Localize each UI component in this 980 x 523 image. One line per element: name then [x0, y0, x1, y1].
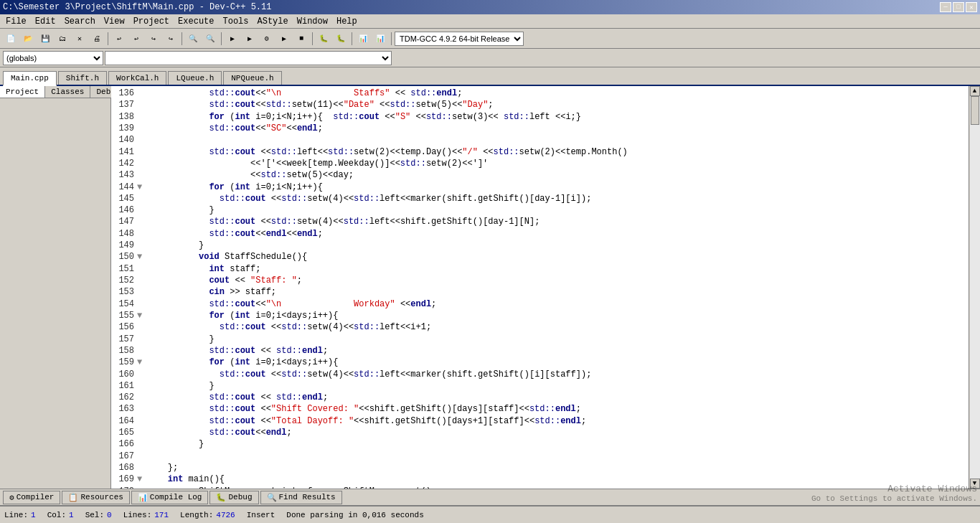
scroll-track[interactable]: [970, 96, 980, 479]
menu-item-file[interactable]: File: [1, 15, 31, 28]
save-button[interactable]: 💾: [37, 31, 53, 47]
compiler-combo[interactable]: TDM-GCC 4.9.2 64-bit Release: [395, 32, 524, 46]
code-line-165: 165 std::cout<<endl;: [114, 427, 966, 438]
bottom-tab-debug[interactable]: 🐛Debug: [209, 491, 258, 504]
line-number: 150: [114, 251, 137, 263]
code-text: }: [147, 205, 215, 215]
fold-button: [137, 263, 147, 275]
save-all-button[interactable]: 🗂: [55, 31, 70, 47]
code-tab-NPQueue-h[interactable]: NPQueue.h: [223, 71, 281, 85]
search-button[interactable]: 🔍: [185, 31, 201, 47]
code-text: std::cout<<std::setw(11)<<"Date" <<std::…: [147, 100, 494, 110]
fold-button: [137, 88, 147, 99]
redo-button[interactable]: ↪: [146, 31, 161, 47]
close-file-button[interactable]: ✕: [72, 31, 88, 47]
toolbar1: 📄 📂 💾 🗂 ✕ 🖨 ↩ ↩ ↪ ↪ 🔍 🔍 ▶ ▶ ⚙ ▶ ■ 🐛 🐛 📊 …: [0, 29, 980, 49]
undo-button[interactable]: ↩: [111, 31, 127, 47]
fold-button[interactable]: ▼: [137, 310, 147, 321]
compile-btn[interactable]: ⚙: [259, 31, 275, 47]
code-line-151: 151 int staff;: [114, 263, 966, 275]
replace-button[interactable]: 🔍: [202, 31, 218, 47]
code-text: for (int i=0;i<N;i++){: [147, 182, 323, 192]
compile-run-btn1[interactable]: ▶: [225, 31, 240, 47]
left-tab-project[interactable]: Project: [0, 86, 45, 98]
code-text: };: [147, 463, 178, 473]
tab-icon: 📊: [138, 493, 148, 502]
status-message: Done parsing in 0,016 seconds: [286, 511, 423, 519]
fold-button: [137, 99, 147, 110]
debug-btn[interactable]: 🐛: [316, 31, 331, 47]
bottom-tab-find-results[interactable]: 🔍Find Results: [260, 491, 342, 504]
lines-label: Lines:: [123, 511, 152, 519]
function-combo[interactable]: [105, 51, 392, 65]
scroll-down-button[interactable]: ▼: [970, 479, 980, 489]
line-value: 1: [31, 511, 36, 519]
vertical-scrollbar[interactable]: ▲ ▼: [969, 86, 980, 489]
code-tab-Shift-h[interactable]: Shift.h: [58, 71, 107, 85]
bottom-tab-resources[interactable]: 📋Resources: [62, 491, 129, 504]
tab-label: Debug: [228, 493, 252, 501]
line-number: 157: [114, 334, 137, 345]
bottom-tab-compiler[interactable]: ⚙Compiler: [3, 491, 60, 504]
code-line-153: 153 cin >> staff;: [114, 286, 966, 298]
minimize-button[interactable]: ─: [940, 2, 951, 12]
code-line-154: 154 std::cout<<"\n Workday" <<endl;: [114, 298, 966, 310]
fold-button: [137, 380, 147, 392]
debug2-btn[interactable]: 🐛: [333, 31, 349, 47]
scroll-up-button[interactable]: ▲: [970, 86, 980, 96]
code-text: ShiftManagement interface = ShiftManagem…: [147, 486, 436, 489]
bottom-tab-compile-log[interactable]: 📊Compile Log: [131, 491, 209, 504]
code-tab-WorkCal-h[interactable]: WorkCal.h: [108, 71, 166, 85]
line-number: 155: [114, 310, 137, 321]
fold-button[interactable]: ▼: [137, 357, 147, 368]
close-button[interactable]: ✕: [966, 2, 977, 12]
compile-run-btn2[interactable]: ▶: [242, 31, 258, 47]
code-line-147: 147 std::cout <<std::setw(4)<<std::left<…: [114, 216, 966, 227]
run-btn[interactable]: ▶: [276, 31, 292, 47]
lines-value: 171: [154, 511, 169, 519]
menu-item-window[interactable]: Window: [293, 15, 332, 28]
code-tab-Main-cpp[interactable]: Main.cpp: [3, 71, 57, 86]
undo2-button[interactable]: ↩: [128, 31, 144, 47]
print-button[interactable]: 🖨: [89, 31, 105, 47]
code-editor[interactable]: 136 std::cout<<"\n Staffs" << std::endl;…: [111, 86, 969, 489]
fold-button: [137, 298, 147, 310]
code-text: std::cout <<std::setw(4)<<std::left<<shi…: [147, 217, 540, 227]
line-number: 164: [114, 415, 137, 427]
left-panel: Project Classes Debug: [0, 86, 111, 489]
code-line-142: 142 <<'['<<week[temp.Weekday()]<<std::se…: [114, 158, 966, 169]
code-line-145: 145 std::cout <<std::setw(4)<<std::left<…: [114, 193, 966, 204]
menu-item-execute[interactable]: Execute: [174, 15, 218, 28]
new-button[interactable]: 📄: [3, 31, 19, 47]
left-tab-classes[interactable]: Classes: [45, 86, 90, 98]
code-area[interactable]: 136 std::cout<<"\n Staffs" << std::endl;…: [111, 86, 969, 489]
line-number: 159: [114, 357, 137, 368]
fold-button[interactable]: ▼: [137, 473, 147, 485]
col-value: 1: [69, 511, 74, 519]
code-line-161: 161 }: [114, 380, 966, 392]
menu-item-view[interactable]: View: [100, 15, 129, 28]
chart-btn[interactable]: 📊: [355, 31, 371, 47]
code-text: std::cout<<endl;: [147, 428, 292, 438]
menu-item-help[interactable]: Help: [332, 15, 362, 28]
fold-button[interactable]: ▼: [137, 182, 147, 193]
line-number: 145: [114, 193, 137, 204]
line-number: 138: [114, 111, 137, 123]
fold-button[interactable]: ▼: [137, 251, 147, 263]
globals-combo[interactable]: (globals): [3, 51, 103, 65]
menu-item-edit[interactable]: Edit: [31, 15, 60, 28]
menu-item-tools[interactable]: Tools: [219, 15, 253, 28]
code-tab-LQueue-h[interactable]: LQueue.h: [168, 71, 222, 85]
bottom-tabs: ⚙Compiler📋Resources📊Compile Log🐛Debug🔍Fi…: [0, 489, 980, 506]
redo2-button[interactable]: ↪: [163, 31, 179, 47]
scroll-thumb[interactable]: [971, 96, 979, 125]
stop-btn[interactable]: ■: [293, 31, 309, 47]
maximize-button[interactable]: □: [953, 2, 964, 12]
menu-item-project[interactable]: Project: [129, 15, 174, 28]
open-button[interactable]: 📂: [20, 31, 36, 47]
line-number: 160: [114, 369, 137, 380]
chart2-btn[interactable]: 📊: [372, 31, 388, 47]
code-line-163: 163 std::cout <<"Shift Covered: "<<shift…: [114, 403, 966, 415]
menu-item-astyle[interactable]: AStyle: [253, 15, 293, 28]
menu-item-search[interactable]: Search: [60, 15, 100, 28]
